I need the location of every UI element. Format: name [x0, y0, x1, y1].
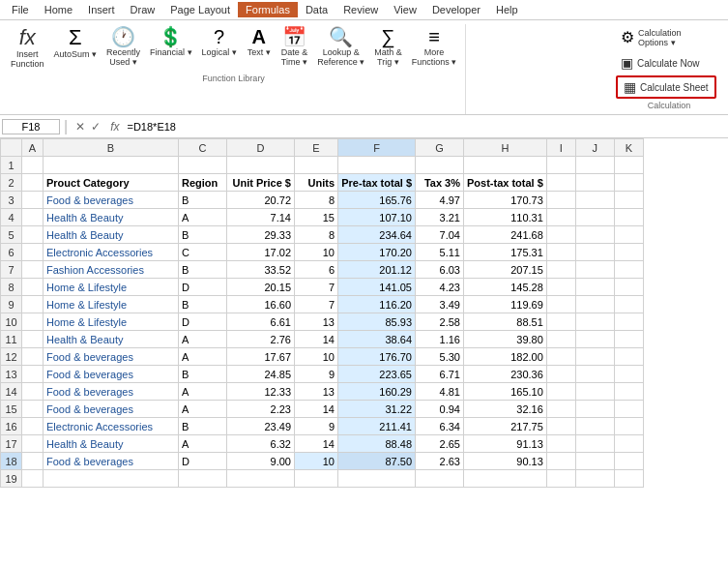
recently-used-button[interactable]: 🕐 RecentlyUsed ▾	[102, 24, 145, 70]
table-cell[interactable]	[575, 401, 614, 418]
table-cell[interactable]: A	[179, 209, 227, 226]
table-cell[interactable]	[575, 366, 614, 383]
table-cell[interactable]: D	[179, 453, 227, 470]
table-cell[interactable]	[546, 157, 575, 174]
table-cell[interactable]: 217.75	[464, 418, 547, 435]
table-cell[interactable]: 10	[295, 348, 338, 366]
table-cell[interactable]: 165.76	[338, 192, 416, 209]
table-cell[interactable]	[614, 226, 643, 244]
table-cell[interactable]: 14	[295, 331, 338, 348]
table-cell[interactable]: Home & Lifestyle	[44, 313, 179, 331]
table-cell[interactable]	[546, 470, 575, 488]
table-cell[interactable]: 6.34	[416, 418, 464, 435]
table-cell[interactable]	[338, 157, 416, 174]
table-cell[interactable]	[22, 192, 44, 209]
table-cell[interactable]: Pre-tax total $	[338, 174, 416, 192]
table-cell[interactable]: 7.04	[416, 226, 464, 244]
table-cell[interactable]: 3.21	[416, 209, 464, 226]
col-header-F[interactable]: F	[338, 139, 416, 157]
table-cell[interactable]	[546, 174, 575, 192]
table-row[interactable]: 14Food & beveragesA12.3313160.294.81165.…	[1, 383, 644, 401]
table-cell[interactable]	[546, 313, 575, 331]
table-cell[interactable]	[575, 383, 614, 401]
table-cell[interactable]: 116.20	[338, 296, 416, 313]
table-cell[interactable]	[614, 192, 643, 209]
table-cell[interactable]: 160.29	[338, 383, 416, 401]
table-cell[interactable]: B	[179, 226, 227, 244]
table-cell[interactable]: Health & Beauty	[44, 435, 179, 453]
table-cell[interactable]	[614, 383, 643, 401]
table-cell[interactable]	[546, 366, 575, 383]
table-cell[interactable]: Home & Lifestyle	[44, 296, 179, 313]
table-row[interactable]: 9Home & LifestyleB16.607116.203.49119.69	[1, 296, 644, 313]
name-box[interactable]	[2, 119, 60, 134]
table-cell[interactable]: 8	[295, 226, 338, 244]
table-cell[interactable]	[22, 244, 44, 261]
table-cell[interactable]	[416, 157, 464, 174]
confirm-formula-button[interactable]: ✓	[89, 120, 102, 134]
table-cell[interactable]: 8	[295, 192, 338, 209]
table-cell[interactable]: 13	[295, 383, 338, 401]
table-cell[interactable]	[575, 296, 614, 313]
table-cell[interactable]: 17.67	[227, 348, 295, 366]
table-cell[interactable]: 14	[295, 401, 338, 418]
table-cell[interactable]	[575, 157, 614, 174]
calculate-sheet-button[interactable]: ▦ Calculate Sheet	[616, 75, 716, 99]
table-cell[interactable]: A	[179, 331, 227, 348]
table-row[interactable]: 18Food & beveragesD9.001087.502.6390.13	[1, 453, 644, 470]
table-row[interactable]: 7Fashion AccessoriesB33.526201.126.03207…	[1, 261, 644, 279]
table-cell[interactable]: 88.48	[338, 435, 416, 453]
table-cell[interactable]	[44, 470, 179, 488]
table-cell[interactable]: 24.85	[227, 366, 295, 383]
table-cell[interactable]: Electronic Accessories	[44, 244, 179, 261]
table-cell[interactable]	[575, 226, 614, 244]
table-cell[interactable]: 3.49	[416, 296, 464, 313]
menu-data[interactable]: Data	[298, 2, 335, 17]
table-cell[interactable]: Fashion Accessories	[44, 261, 179, 279]
calculation-options-button[interactable]: ⚙ CalculationOptions ▾	[616, 24, 722, 50]
table-cell[interactable]: 87.50	[338, 453, 416, 470]
table-cell[interactable]	[614, 331, 643, 348]
table-cell[interactable]: 88.51	[464, 313, 547, 331]
table-cell[interactable]	[22, 383, 44, 401]
table-cell[interactable]: 7	[295, 296, 338, 313]
table-cell[interactable]: 17.02	[227, 244, 295, 261]
table-cell[interactable]: 7	[295, 279, 338, 296]
math-trig-button[interactable]: ∑ Math &Trig ▾	[369, 24, 407, 70]
table-cell[interactable]	[295, 470, 338, 488]
table-cell[interactable]: 14	[295, 435, 338, 453]
table-cell[interactable]: Prouct Category	[44, 174, 179, 192]
table-cell[interactable]: 141.05	[338, 279, 416, 296]
table-cell[interactable]	[575, 348, 614, 366]
calculate-now-button[interactable]: ▣ Calculate Now	[616, 52, 704, 74]
table-cell[interactable]	[575, 192, 614, 209]
menu-formulas[interactable]: Formulas	[238, 2, 298, 17]
table-cell[interactable]: 9.00	[227, 453, 295, 470]
table-cell[interactable]: 39.80	[464, 331, 547, 348]
menu-help[interactable]: Help	[488, 2, 526, 17]
table-cell[interactable]	[22, 296, 44, 313]
table-cell[interactable]: B	[179, 261, 227, 279]
table-cell[interactable]: 4.23	[416, 279, 464, 296]
table-cell[interactable]: 0.94	[416, 401, 464, 418]
table-row[interactable]: 1	[1, 157, 644, 174]
col-header-E[interactable]: E	[295, 139, 338, 157]
table-cell[interactable]	[464, 470, 547, 488]
table-cell[interactable]: 145.28	[464, 279, 547, 296]
table-cell[interactable]	[22, 470, 44, 488]
table-cell[interactable]	[614, 435, 643, 453]
table-cell[interactable]: 20.15	[227, 279, 295, 296]
table-cell[interactable]: 10	[295, 453, 338, 470]
table-cell[interactable]	[614, 470, 643, 488]
table-cell[interactable]: 38.64	[338, 331, 416, 348]
table-cell[interactable]: 6.71	[416, 366, 464, 383]
table-cell[interactable]	[546, 383, 575, 401]
col-header-D[interactable]: D	[227, 139, 295, 157]
table-cell[interactable]	[575, 331, 614, 348]
table-cell[interactable]	[575, 435, 614, 453]
text-button[interactable]: A Text ▾	[242, 24, 277, 60]
table-cell[interactable]	[614, 279, 643, 296]
table-cell[interactable]: 223.65	[338, 366, 416, 383]
insert-function-button[interactable]: fx InsertFunction	[6, 24, 49, 72]
table-cell[interactable]: 31.22	[338, 401, 416, 418]
